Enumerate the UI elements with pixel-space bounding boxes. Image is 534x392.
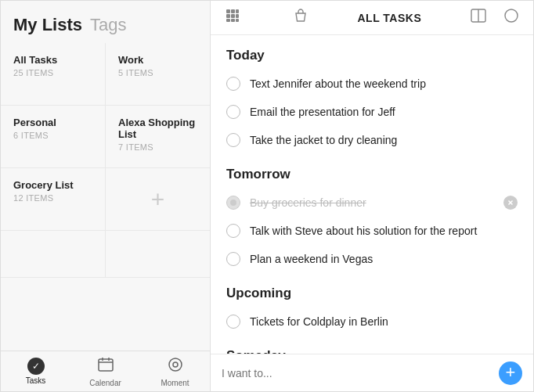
bottom-nav: ✓ Tasks Calendar xyxy=(1,351,210,391)
list-item-personal[interactable]: Personal 6 ITEMS xyxy=(1,106,106,168)
task-circle-t5[interactable] xyxy=(226,224,240,238)
task-row-t5[interactable]: Talk with Steve about his solution for t… xyxy=(211,217,533,245)
sidebar: My Lists Tags All Tasks 25 ITEMS Work 5 … xyxy=(1,1,211,391)
grid-icon[interactable] xyxy=(222,9,244,27)
task-row-t6[interactable]: Plan a weekend in Vegas xyxy=(211,245,533,273)
task-text-t1: Text Jennifer about the weekend trip xyxy=(250,77,518,90)
svg-point-4 xyxy=(169,358,182,371)
task-circle-t3[interactable] xyxy=(226,133,240,147)
task-row-t3[interactable]: Take the jacket to dry cleaning xyxy=(211,126,533,154)
svg-rect-13 xyxy=(231,19,235,22)
task-text-t2: Email the presentation for Jeff xyxy=(250,106,518,118)
tasks-list: Today Text Jennifer about the weekend tr… xyxy=(211,35,533,354)
lists-grid-wrapper: All Tasks 25 ITEMS Work 5 ITEMS Personal… xyxy=(1,43,210,351)
svg-rect-9 xyxy=(226,14,230,18)
list-name-alexa-shopping: Alexa Shopping List xyxy=(118,117,197,140)
moment-nav-icon xyxy=(167,356,184,377)
input-bar: + xyxy=(211,354,533,391)
svg-rect-8 xyxy=(236,9,239,13)
nav-label-moment: Moment xyxy=(161,379,189,387)
task-text-t7: Tickets for Coldplay in Berlin xyxy=(250,315,518,328)
list-item-all-tasks[interactable]: All Tasks 25 ITEMS xyxy=(1,43,106,106)
nav-item-calendar[interactable]: Calendar xyxy=(70,356,140,387)
svg-rect-10 xyxy=(231,14,235,18)
list-name-grocery: Grocery List xyxy=(13,179,92,191)
task-text-t3: Take the jacket to dry cleaning xyxy=(250,134,518,146)
list-name-personal: Personal xyxy=(13,117,92,128)
task-row-t7[interactable]: Tickets for Coldplay in Berlin xyxy=(211,307,533,336)
tasks-nav-icon: ✓ xyxy=(27,358,45,375)
nav-label-calendar: Calendar xyxy=(89,379,121,387)
task-text-t6: Plan a weekend in Vegas xyxy=(250,253,518,265)
grid-row-2: Personal 6 ITEMS Alexa Shopping List 7 I… xyxy=(1,106,210,168)
svg-rect-12 xyxy=(226,19,230,22)
nav-label-tasks: Tasks xyxy=(26,376,46,385)
add-task-icon: + xyxy=(506,364,516,381)
list-empty-1 xyxy=(1,231,106,278)
main-header-title: ALL TASKS xyxy=(357,12,421,24)
list-item-alexa-shopping[interactable]: Alexa Shopping List 7 ITEMS xyxy=(106,106,210,168)
header-right-icons xyxy=(467,8,522,27)
grid-row-1: All Tasks 25 ITEMS Work 5 ITEMS xyxy=(1,43,210,106)
grid-row-4 xyxy=(1,231,210,278)
task-text-t5: Talk with Steve about his solution for t… xyxy=(250,225,518,237)
task-circle-t2[interactable] xyxy=(226,105,240,119)
svg-point-5 xyxy=(173,362,178,367)
list-empty-2 xyxy=(106,231,210,278)
nav-item-moment[interactable]: Moment xyxy=(140,356,210,387)
section-header-today: Today xyxy=(211,35,533,70)
svg-rect-14 xyxy=(236,19,239,22)
bag-icon[interactable] xyxy=(290,8,312,27)
add-task-button[interactable]: + xyxy=(499,361,522,385)
split-view-icon[interactable] xyxy=(467,8,489,27)
svg-point-18 xyxy=(230,200,236,206)
task-input[interactable] xyxy=(222,367,491,379)
nav-item-tasks[interactable]: ✓ Tasks xyxy=(1,358,70,385)
list-item-add[interactable]: + xyxy=(106,168,210,231)
sidebar-tags-title: Tags xyxy=(90,15,126,35)
section-header-tomorrow: Tomorrow xyxy=(211,154,533,189)
svg-rect-6 xyxy=(226,9,230,13)
list-name-work: Work xyxy=(118,54,197,66)
sidebar-header: My Lists Tags xyxy=(1,1,210,43)
main-header: ALL TASKS xyxy=(211,1,533,35)
list-item-grocery[interactable]: Grocery List 12 ITEMS xyxy=(1,168,106,231)
list-count-personal: 6 ITEMS xyxy=(13,131,92,140)
sidebar-my-lists-title: My Lists xyxy=(13,15,82,35)
task-circle-t1[interactable] xyxy=(226,77,240,91)
list-count-grocery: 12 ITEMS xyxy=(13,193,92,203)
add-list-icon: + xyxy=(151,188,165,211)
grid-row-3: Grocery List 12 ITEMS + xyxy=(1,168,210,231)
task-row-t1[interactable]: Text Jennifer about the weekend trip xyxy=(211,70,533,98)
list-count-alexa-shopping: 7 ITEMS xyxy=(118,142,197,152)
task-row-t4[interactable]: Buy groceries for dinner xyxy=(211,189,533,217)
svg-rect-11 xyxy=(236,14,239,18)
list-count-work: 5 ITEMS xyxy=(118,68,197,77)
task-circle-t6[interactable] xyxy=(226,252,240,266)
task-circle-t7[interactable] xyxy=(226,315,240,329)
section-header-upcoming: Upcoming xyxy=(211,273,533,307)
list-item-work[interactable]: Work 5 ITEMS xyxy=(106,43,210,106)
main-panel: ALL TASKS Today xyxy=(211,1,533,391)
section-header-someday: Someday xyxy=(211,336,533,354)
app-container: My Lists Tags All Tasks 25 ITEMS Work 5 … xyxy=(0,0,534,392)
svg-point-17 xyxy=(505,9,518,22)
task-delete-t4[interactable] xyxy=(503,196,518,210)
svg-rect-7 xyxy=(231,9,235,13)
list-count-all-tasks: 25 ITEMS xyxy=(13,68,92,77)
options-icon[interactable] xyxy=(500,8,522,27)
task-text-t4: Buy groceries for dinner xyxy=(250,196,494,209)
task-row-t2[interactable]: Email the presentation for Jeff xyxy=(211,98,533,126)
list-name-all-tasks: All Tasks xyxy=(13,54,92,66)
calendar-nav-icon xyxy=(97,356,114,377)
svg-rect-0 xyxy=(99,359,113,371)
task-circle-t4[interactable] xyxy=(226,196,240,210)
